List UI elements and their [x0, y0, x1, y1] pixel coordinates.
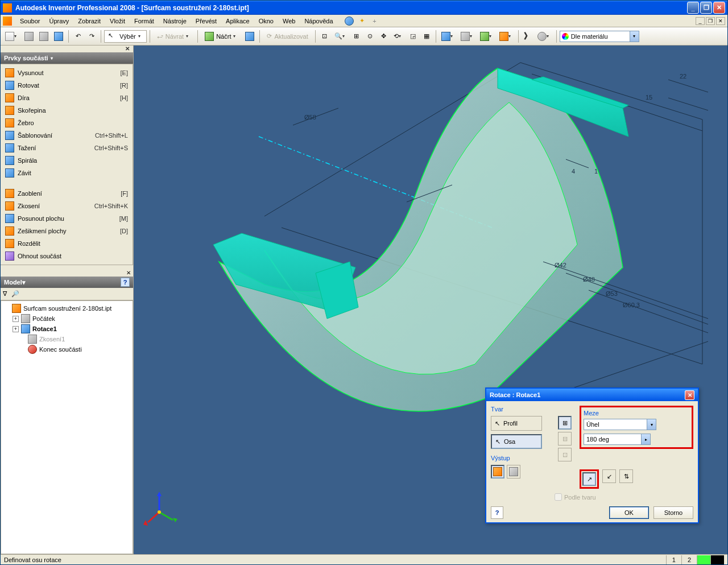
analysis-button[interactable]: 》: [522, 30, 534, 43]
feature-shortcut: [M]: [119, 215, 128, 222]
tree-root[interactable]: Surfcam soustružení 2-180st.ipt: [3, 303, 130, 314]
feature-item-8[interactable]: Závit: [1, 167, 133, 179]
material-assign-button[interactable]: ▾: [535, 30, 553, 43]
feature-item-0[interactable]: Vysunout[E]: [1, 67, 133, 79]
direction-highlight: ↗: [580, 469, 599, 489]
minimize-button[interactable]: _: [687, 2, 699, 14]
menu-aplikace[interactable]: Aplikace: [221, 16, 254, 26]
select-label: Výběr: [119, 33, 136, 40]
tree-konec[interactable]: Konec součásti: [3, 344, 130, 354]
plus-icon[interactable]: +: [369, 15, 381, 27]
feature-item-14[interactable]: Rozdělit: [1, 237, 133, 250]
menu-zobrazit[interactable]: Zobrazit: [73, 16, 105, 26]
dialog-close-button[interactable]: ✕: [685, 390, 694, 400]
menu-upravy[interactable]: Úpravy: [44, 16, 73, 26]
section-button[interactable]: ▾: [497, 30, 515, 43]
features-close-icon[interactable]: ✕: [125, 46, 132, 52]
zoom-window-button[interactable]: ⊞: [350, 30, 363, 43]
new-button[interactable]: ▾: [3, 30, 21, 43]
tree-pocatek[interactable]: +Počátek: [3, 314, 130, 324]
feature-label: Rotovat: [18, 82, 117, 89]
help-icon[interactable]: [342, 15, 356, 27]
menu-prevest[interactable]: Převést: [191, 16, 221, 26]
profile-label: Profil: [503, 420, 518, 427]
cancel-button[interactable]: Storno: [653, 506, 693, 519]
direction-1-button[interactable]: ↗: [582, 472, 596, 486]
operation-join-button[interactable]: ⊞: [558, 416, 572, 430]
star-icon[interactable]: ✦: [356, 15, 369, 27]
chevron-down-icon[interactable]: ▾: [647, 419, 656, 430]
find-icon[interactable]: 🔎: [11, 290, 19, 298]
maximize-button[interactable]: ❐: [700, 2, 712, 14]
arrow-right-icon[interactable]: ▸: [641, 434, 650, 444]
feature-item-5[interactable]: ŠablonováníCtrl+Shift+L: [1, 129, 133, 142]
angle-input[interactable]: 180 deg ▸: [584, 434, 651, 445]
feature-item-7[interactable]: Spirála: [1, 154, 133, 167]
direction-sym-button[interactable]: ⇅: [619, 469, 633, 483]
sketch-button[interactable]: Náčrt▾: [201, 30, 242, 43]
dialog-help-button[interactable]: ?: [491, 506, 503, 519]
feature-item-4[interactable]: Žebro: [1, 117, 133, 129]
model-close-icon[interactable]: ✕: [126, 270, 131, 276]
feature-item-1[interactable]: Rotovat[R]: [1, 79, 133, 92]
menu-format[interactable]: Formát: [130, 16, 159, 26]
svg-line-28: [148, 512, 159, 522]
component-button[interactable]: ▾: [478, 30, 496, 43]
menu-soubor[interactable]: Soubor: [15, 16, 44, 26]
ok-button[interactable]: OK: [609, 506, 649, 519]
view-cube-button[interactable]: ▦: [420, 30, 433, 43]
direction-2-button[interactable]: ↙: [602, 469, 616, 483]
dialog-titlebar[interactable]: Rotace : Rotace1 ✕: [486, 389, 698, 401]
save-button[interactable]: [52, 30, 65, 43]
feature-item-2[interactable]: Díra[H]: [1, 92, 133, 104]
axis-button[interactable]: ↖Osa: [491, 434, 542, 449]
feature-item-6[interactable]: TaženíCtrl+Shift+S: [1, 142, 133, 154]
pan-button[interactable]: ✥: [378, 30, 390, 43]
close-button[interactable]: ✕: [713, 2, 725, 14]
menu-vlozit[interactable]: Vložit: [105, 16, 130, 26]
filter-icon[interactable]: ∇: [3, 290, 7, 298]
feature-item-12[interactable]: Posunout plochu[M]: [1, 212, 133, 225]
zoom-all-button[interactable]: ⊡: [318, 30, 331, 43]
zoom-selected-button[interactable]: ⊙: [364, 30, 377, 43]
undo-button[interactable]: ↶: [72, 30, 84, 43]
color-wheel-icon: [562, 33, 569, 40]
extents-type-select[interactable]: Úhel ▾: [584, 419, 656, 430]
feature-item-13[interactable]: Zešikmení plochy[D]: [1, 225, 133, 237]
mdi-minimize-button[interactable]: _: [696, 17, 705, 25]
profile-button[interactable]: ↖Profil: [491, 416, 542, 431]
window-title: Autodesk Inventor Professional 2008 - [S…: [15, 4, 687, 12]
feature-item-3[interactable]: Skořepina: [1, 104, 133, 117]
feature-item-15[interactable]: Ohnout součást: [1, 250, 133, 262]
model-tree: Surfcam soustružení 2-180st.ipt +Počátek…: [1, 300, 133, 554]
feature-item-11[interactable]: ZkoseníCtrl+Shift+K: [1, 200, 133, 212]
output-solid-button[interactable]: [491, 465, 504, 479]
model-help-button[interactable]: ?: [121, 278, 130, 287]
select-button[interactable]: ↖Výběr▾: [104, 30, 147, 43]
mdi-close-button[interactable]: ✕: [716, 17, 725, 25]
model-panel-title: Model: [4, 279, 22, 286]
feature-item-10[interactable]: Zaoblení[F]: [1, 187, 133, 200]
material-label: Dle materiálu: [571, 33, 608, 40]
orbit-button[interactable]: ⟲▾: [391, 30, 406, 43]
mdi-restore-button[interactable]: ❐: [706, 17, 715, 25]
viewport-3d[interactable]: Ø58 Ø42 Ø48 Ø53 Ø60,3 22 15 4 1 Rotace :: [134, 46, 727, 554]
sketch-3d-button[interactable]: [243, 30, 257, 43]
visual-style-button[interactable]: ▾: [439, 30, 457, 43]
model-panel-header[interactable]: Model ▾ ?: [1, 277, 133, 288]
svg-text:Ø58: Ø58: [304, 114, 316, 121]
menu-napoveda[interactable]: Nápověda: [300, 16, 337, 26]
menu-nastroje[interactable]: Nástroje: [159, 16, 191, 26]
material-select[interactable]: Dle materiálu ▾: [560, 31, 639, 42]
features-panel-header[interactable]: ✕ Prvky součásti ▾: [1, 52, 133, 64]
redo-button[interactable]: ↷: [85, 30, 98, 43]
tree-rotace[interactable]: +Rotace1: [3, 324, 130, 334]
material-dropdown-icon[interactable]: ▾: [630, 31, 639, 42]
zoom-button[interactable]: 🔍▾: [332, 30, 349, 43]
shadow-button[interactable]: ▾: [458, 30, 477, 43]
menu-web[interactable]: Web: [278, 16, 300, 26]
menu-okno[interactable]: Okno: [254, 16, 278, 26]
lookat-button[interactable]: ◲: [407, 30, 419, 43]
status-cell-2: 2: [681, 555, 697, 564]
tree-zkoseni[interactable]: Zkosení1: [3, 334, 130, 344]
